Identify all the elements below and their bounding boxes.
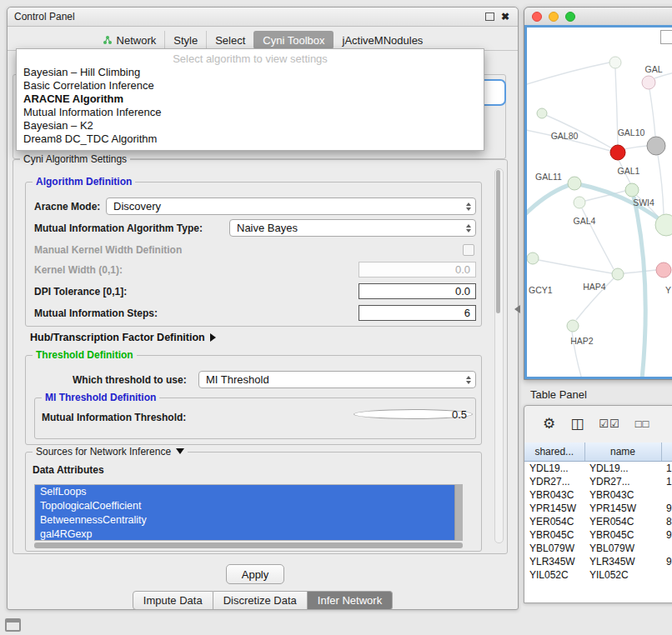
network-edge[interactable]	[539, 260, 612, 273]
algorithm-option[interactable]: Mutual Information Inference	[17, 106, 484, 119]
algorithm-option[interactable]: ARACNE Algorithm	[17, 92, 484, 106]
bottom-tab-discretize-data[interactable]: Discretize Data	[213, 591, 308, 610]
columns-icon[interactable]: ◫	[570, 417, 584, 431]
checked-boxes-icon[interactable]: ☑☑	[599, 417, 619, 431]
mi-steps-label: Mutual Information Steps:	[34, 308, 158, 319]
sources-legend[interactable]: Sources for Network Inference	[33, 446, 188, 458]
dpi-tolerance-label: DPI Tolerance [0,1]:	[34, 286, 127, 298]
tab-network[interactable]: Network	[94, 31, 165, 49]
tab-jactivemnodules[interactable]: jActiveMNodules	[333, 31, 432, 49]
node-label-hap2: HAP2	[570, 336, 594, 346]
dpi-tolerance-field[interactable]: 0.0	[359, 283, 476, 299]
mi-algorithm-type-select[interactable]: Naive Bayes	[229, 219, 476, 237]
network-window-titlebar[interactable]	[524, 8, 672, 26]
table-row[interactable]: YDR27...YDR27...12	[524, 475, 672, 488]
scrollbar-thumb[interactable]	[496, 170, 500, 313]
algorithm-option[interactable]: Basic Correlation Inference	[17, 79, 484, 92]
zoom-traffic-light-icon[interactable]	[565, 12, 575, 22]
table-row[interactable]: YPR145WYPR145W9.	[524, 502, 672, 515]
network-node-unlabeled-top[interactable]	[609, 57, 621, 68]
tab-select[interactable]: Select	[206, 31, 253, 49]
network-node-gray-node[interactable]	[647, 137, 665, 155]
tab-style[interactable]: Style	[164, 31, 206, 49]
algorithm-option-list: Bayesian – Hill ClimbingBasic Correlatio…	[17, 66, 484, 146]
network-node-gal-top[interactable]	[642, 76, 655, 89]
table-cell: YDL19...	[584, 462, 661, 476]
table-row[interactable]: YER054CYER054C8.	[524, 515, 672, 528]
network-node-pink-right[interactable]	[656, 262, 671, 278]
network-edge[interactable]	[624, 270, 656, 273]
gear-icon[interactable]: ⚙	[543, 417, 555, 431]
network-edge[interactable]	[634, 197, 645, 379]
column-header[interactable]: shared...	[524, 442, 584, 462]
float-window-icon[interactable]	[485, 12, 494, 21]
bottom-tab-impute-data[interactable]: Impute Data	[133, 591, 213, 610]
table-cell: YDR27...	[584, 475, 661, 488]
data-attribute-item[interactable]: TopologicalCoefficient	[35, 499, 462, 513]
mi-type-label: Mutual Information Algorithm Type:	[34, 222, 203, 234]
node-label-gal-top: GAL	[644, 64, 662, 74]
network-node-gal10[interactable]	[610, 145, 625, 160]
data-attribute-item[interactable]: BetweennessCentrality	[35, 513, 462, 528]
which-threshold-select[interactable]: MI Threshold	[198, 371, 476, 388]
network-edge[interactable]	[624, 146, 647, 149]
network-edge[interactable]	[527, 183, 574, 218]
table-row[interactable]: YBL079WYBL079W	[524, 542, 672, 555]
network-node-gcy1[interactable]	[527, 252, 539, 264]
list-horizontal-scrollbar[interactable]	[34, 542, 463, 548]
manual-kernel-checkbox[interactable]	[463, 244, 474, 256]
algorithm-option[interactable]: Bayesian – Hill Climbing	[17, 66, 484, 79]
network-node-gal1[interactable]	[625, 183, 639, 197]
mi-threshold-field[interactable]: 0.5	[354, 409, 473, 419]
algorithm-option[interactable]: Dream8 DC_TDC Algorithm	[17, 132, 484, 146]
attribute-table: shared...name YDL19...YDL19...13YDR27...…	[524, 442, 672, 602]
table-cell: YBR045C	[584, 528, 661, 542]
minimize-traffic-light-icon[interactable]	[549, 12, 559, 22]
data-attribute-item[interactable]: SelfLoops	[35, 485, 462, 499]
table-row[interactable]: YDL19...YDL19...13	[524, 462, 672, 476]
kernel-width-field[interactable]: 0.0	[359, 262, 476, 278]
column-header[interactable]: name	[584, 442, 661, 462]
close-icon[interactable]: ✖	[501, 12, 509, 21]
data-attribute-item[interactable]: gal4RGexp	[35, 528, 462, 541]
column-header[interactable]	[661, 442, 672, 462]
close-traffic-light-icon[interactable]	[532, 12, 542, 22]
table-cell: 13	[661, 462, 672, 476]
unchecked-boxes-icon[interactable]: □□	[635, 417, 650, 431]
manual-kernel-label: Manual Kernel Width Definition	[34, 244, 182, 256]
threshold-definition-group: Threshold Definition Which threshold to …	[25, 355, 482, 445]
settings-scrollbar[interactable]	[494, 168, 504, 543]
hub-definition-expander[interactable]: Hub/Transcription Factor Definition	[30, 332, 216, 343]
algorithm-option[interactable]: Bayesian – K2	[17, 119, 484, 132]
network-edge[interactable]	[527, 62, 609, 86]
network-edge[interactable]	[649, 89, 655, 137]
mi-steps-field[interactable]: 6	[359, 305, 476, 321]
minimized-window-icon[interactable]	[5, 618, 21, 632]
control-panel-titlebar[interactable]: Control Panel ✖	[8, 8, 518, 27]
network-node-hap4[interactable]	[612, 268, 624, 280]
network-node-hap2[interactable]	[567, 320, 579, 332]
table-row[interactable]: YIL052CYIL052C	[524, 568, 672, 582]
table-row[interactable]: YLR345WYLR345W9.	[524, 555, 672, 568]
table-row[interactable]: YBR043CYBR043C	[524, 488, 672, 502]
table-cell: YBL079W	[584, 542, 661, 555]
table-panel-window: ⚙ ◫ ☑☑ □□ shared...name YDL19...YDL19...…	[524, 405, 672, 603]
dpi-tolerance-value: 0.0	[455, 285, 470, 298]
node-label-gal80: GAL80	[551, 131, 579, 141]
birdseye-view-box[interactable]	[660, 30, 672, 44]
network-node-gal4[interactable]	[574, 197, 585, 208]
list-vertical-scrollbar[interactable]	[454, 485, 462, 540]
network-edge[interactable]	[658, 155, 664, 214]
bottom-tab-infer-network[interactable]: Infer Network	[308, 591, 393, 610]
apply-button[interactable]: Apply	[226, 564, 284, 584]
network-canvas[interactable]: GALGAL80GAL10GAL11GAL1SWI4GAL4GCY1HAP4YH…	[524, 25, 672, 379]
aracne-mode-select[interactable]: Discovery	[106, 198, 476, 215]
network-node-gal80[interactable]	[537, 108, 547, 118]
table-row[interactable]: YBR045CYBR045C9.	[524, 528, 672, 542]
tab-cyni-toolbox[interactable]: Cyni Toolbox	[253, 31, 333, 49]
panel-splitter-arrow[interactable]	[514, 305, 520, 313]
algorithm-placeholder-option[interactable]: Select algorithm to view settings	[17, 52, 484, 66]
aracne-mode-label: Aracne Mode:	[34, 201, 100, 212]
table-cell	[661, 542, 672, 555]
network-node-gal11[interactable]	[568, 177, 581, 190]
